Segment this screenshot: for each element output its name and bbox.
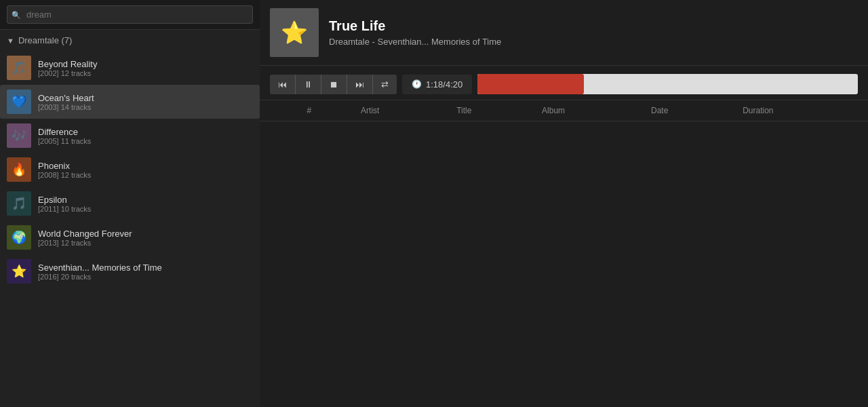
clock-icon: 🕐 <box>412 79 422 89</box>
skip-back-button[interactable]: ⏮ <box>270 75 295 94</box>
pause-button[interactable]: ⏸ <box>295 75 321 94</box>
shuffle-button[interactable]: ⇄ <box>372 75 397 94</box>
album-item[interactable]: 🌍 World Changed Forever [2013] 12 tracks <box>0 220 260 254</box>
album-meta: [2002] 12 tracks <box>38 69 97 77</box>
album-info: Difference [2005] 11 tracks <box>38 127 91 145</box>
album-list: 🎵 Beyond Reality [2002] 12 tracks 💙 Ocea… <box>0 51 260 288</box>
album-thumbnail: 💙 <box>7 90 31 114</box>
album-meta: [2005] 11 tracks <box>38 137 91 145</box>
album-name: Difference <box>38 127 91 137</box>
queue-table: # Artist Title Album Date Duration <box>260 100 868 121</box>
col-header-album: Album <box>535 100 644 121</box>
album-thumbnail: 🎶 <box>7 123 31 148</box>
col-header-actions <box>260 100 300 121</box>
artist-header-label: Dreamtale (7) <box>18 35 72 45</box>
col-header-date: Date <box>644 100 736 121</box>
album-info: Epsilon [2011] 10 tracks <box>38 195 91 213</box>
album-name: Phoenix <box>38 161 91 171</box>
album-name: Epsilon <box>38 195 91 205</box>
track-info: True Life Dreamtale - Seventhian... Memo… <box>329 18 858 47</box>
time-value: 1:18/4:20 <box>426 79 462 90</box>
time-display: 🕐 1:18/4:20 <box>402 75 472 94</box>
table-header-row: # Artist Title Album Date Duration <box>260 100 868 121</box>
album-thumbnail: 🌍 <box>7 225 31 250</box>
track-title: True Life <box>329 18 858 34</box>
album-meta: [2013] 12 tracks <box>38 239 132 247</box>
col-header-num: # <box>300 100 355 121</box>
album-info: World Changed Forever [2013] 12 tracks <box>38 229 132 247</box>
search-input[interactable]: dream <box>7 5 253 24</box>
album-item[interactable]: 🎵 Epsilon [2011] 10 tracks <box>0 187 260 220</box>
sidebar: dream ▼ Dreamtale (7) 🎵 Beyond Reality [… <box>0 0 260 407</box>
album-item[interactable]: 🎶 Difference [2005] 11 tracks <box>0 119 260 153</box>
collapse-arrow-icon: ▼ <box>7 37 14 45</box>
album-art-emoji: ⭐ <box>281 20 308 45</box>
album-name: World Changed Forever <box>38 229 132 239</box>
album-item[interactable]: 🎵 Beyond Reality [2002] 12 tracks <box>0 51 260 85</box>
stop-button[interactable]: ⏹ <box>321 75 347 94</box>
album-art: ⭐ <box>270 8 319 57</box>
col-header-artist: Artist <box>354 100 450 121</box>
album-info: Ocean's Heart [2003] 14 tracks <box>38 93 94 111</box>
main-panel: ⭐ True Life Dreamtale - Seventhian... Me… <box>260 0 868 407</box>
album-info: Seventhian... Memories of Time [2016] 20… <box>38 263 162 281</box>
artist-section: ▼ Dreamtale (7) 🎵 Beyond Reality [2002] … <box>0 30 260 407</box>
track-subtitle: Dreamtale - Seventhian... Memories of Ti… <box>329 37 858 47</box>
album-info: Phoenix [2008] 12 tracks <box>38 161 91 179</box>
artist-header[interactable]: ▼ Dreamtale (7) <box>0 30 260 51</box>
album-info: Beyond Reality [2002] 12 tracks <box>38 59 97 77</box>
skip-forward-button[interactable]: ⏭ <box>347 75 372 94</box>
album-thumbnail: 🎵 <box>7 56 31 80</box>
album-thumbnail: ⭐ <box>7 259 31 284</box>
album-item[interactable]: 💙 Ocean's Heart [2003] 14 tracks <box>0 85 260 119</box>
progress-fill <box>477 74 584 94</box>
album-meta: [2016] 20 tracks <box>38 273 162 281</box>
now-playing-bar: ⭐ True Life Dreamtale - Seventhian... Me… <box>260 0 868 66</box>
album-meta: [2008] 12 tracks <box>38 171 91 179</box>
col-header-title: Title <box>450 100 535 121</box>
album-meta: [2011] 10 tracks <box>38 205 91 213</box>
album-thumbnail: 🎵 <box>7 191 31 216</box>
track-list: # Artist Title Album Date Duration <box>260 100 868 407</box>
album-name: Seventhian... Memories of Time <box>38 263 162 273</box>
col-header-duration: Duration <box>736 100 868 121</box>
search-bar: dream <box>0 0 260 30</box>
album-item[interactable]: 🔥 Phoenix [2008] 12 tracks <box>0 153 260 187</box>
playback-controls: ⏮ ⏸ ⏹ ⏭ ⇄ 🕐 1:18/4:20 <box>260 66 868 100</box>
album-name: Beyond Reality <box>38 59 97 69</box>
album-name: Ocean's Heart <box>38 93 94 103</box>
album-meta: [2003] 14 tracks <box>38 103 94 111</box>
album-thumbnail: 🔥 <box>7 157 31 182</box>
progress-bar[interactable] <box>477 74 858 94</box>
album-item[interactable]: ⭐ Seventhian... Memories of Time [2016] … <box>0 254 260 288</box>
